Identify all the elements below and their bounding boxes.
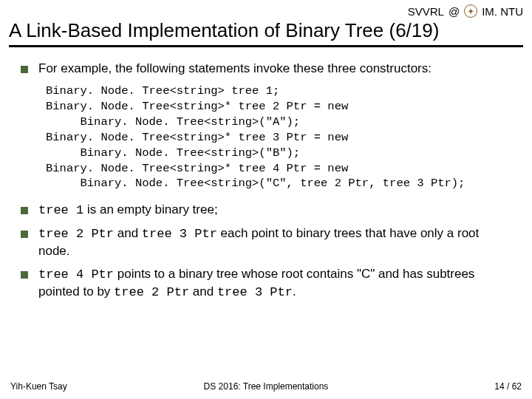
bullet-icon: [21, 231, 28, 238]
logo-at: @: [449, 5, 460, 18]
bullet-tree4-text: tree 4 Ptr points to a binary tree whose…: [38, 266, 511, 301]
code-line: Binary. Node. Tree<string>("A");: [46, 115, 300, 129]
code-line: Binary. Node. Tree<string>("C", tree 2 P…: [46, 177, 465, 190]
footer-author: Yih-Kuen Tsay: [10, 381, 67, 392]
bullet-icon: [21, 271, 28, 279]
code-line: Binary. Node. Tree<string>("B");: [46, 146, 300, 160]
bullet-tree4: tree 4 Ptr points to a binary tree whose…: [21, 266, 511, 301]
inline-code: tree 1: [38, 203, 83, 217]
bullet-tree1: tree 1 is an empty binary tree;: [21, 202, 511, 219]
content-area: For example, the following statements in…: [0, 47, 532, 301]
header-area: SVVRL @ ✦ IM. NTU A Link-Based Implement…: [0, 0, 532, 47]
text-span: is an empty binary tree;: [83, 202, 217, 216]
ntu-logo-icon: ✦: [464, 4, 477, 18]
code-line: Binary. Node. Tree<string> tree 1;: [46, 84, 279, 98]
bullet-icon: [21, 207, 28, 214]
code-line: Binary. Node. Tree<string>* tree 3 Ptr =…: [46, 131, 348, 144]
footer-course: DS 2016: Tree Implementations: [204, 381, 329, 392]
text-span: and: [114, 226, 142, 240]
text-span: .: [293, 284, 296, 299]
bullet-tree23: tree 2 Ptr and tree 3 Ptr each point to …: [21, 225, 511, 260]
slide: SVVRL @ ✦ IM. NTU A Link-Based Implement…: [0, 0, 532, 399]
inline-code: tree 2 Ptr: [114, 285, 189, 299]
footer-page: 14 / 62: [494, 381, 522, 392]
lab-name: SVVRL: [408, 5, 444, 18]
inline-code: tree 2 Ptr: [38, 227, 114, 241]
code-line: Binary. Node. Tree<string>* tree 2 Ptr =…: [46, 100, 348, 113]
code-line: Binary. Node. Tree<string>* tree 4 Ptr =…: [46, 162, 348, 175]
org-name: IM. NTU: [482, 5, 523, 18]
bullet-intro-text: For example, the following statements in…: [38, 61, 511, 78]
inline-code: tree 4 Ptr: [38, 267, 114, 282]
bullet-tree1-text: tree 1 is an empty binary tree;: [38, 202, 511, 219]
inline-code: tree 3 Ptr: [142, 227, 217, 241]
footer: Yih-Kuen Tsay DS 2016: Tree Implementati…: [0, 381, 532, 392]
text-span: and: [189, 284, 217, 299]
bullet-intro: For example, the following statements in…: [21, 61, 511, 78]
header-top: SVVRL @ ✦ IM. NTU: [9, 4, 523, 18]
bullet-tree23-text: tree 2 Ptr and tree 3 Ptr each point to …: [38, 225, 511, 260]
code-block: Binary. Node. Tree<string> tree 1; Binar…: [46, 83, 511, 191]
inline-code: tree 3 Ptr: [217, 285, 293, 299]
bullet-icon: [21, 66, 28, 73]
slide-title: A Link-Based Implementation of Binary Tr…: [9, 19, 523, 42]
